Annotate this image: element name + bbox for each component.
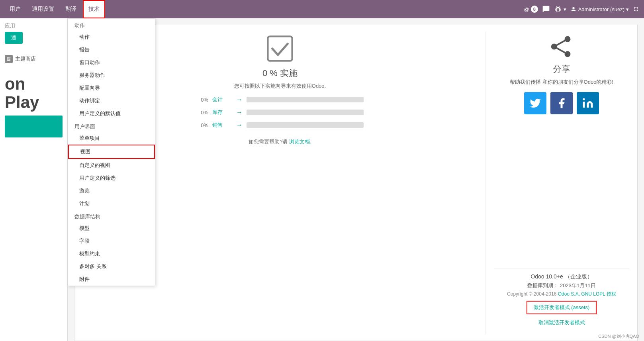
share-panel: 分享 帮助我们传播 和你的朋友们分享Odoo的精彩! [486,25,637,341]
dropdown-item-plan[interactable]: 计划 [68,197,155,210]
user-chevron: ▾ [626,6,629,12]
dropdown-item-constraint[interactable]: 模型约束 [68,247,155,260]
dropdown-item-action-bind[interactable]: 动作绑定 [68,94,155,107]
left-sidebar: 应用 通 🖼 主题商店 on Play [0,18,68,341]
label-accounting[interactable]: 会计 [212,96,232,103]
svg-line-5 [554,39,568,47]
dropdown-item-action[interactable]: 动作 [68,31,155,43]
svg-line-6 [554,47,568,54]
dropdown-item-server-action[interactable]: 服务器动作 [68,69,155,82]
progress-row-inventory: 0% 库存 → [196,109,364,116]
dropdown-item-custom-views[interactable]: 自定义的视图 [68,159,155,172]
on-play-text: on Play [0,67,67,112]
bar-sales [247,122,364,128]
cancel-dev-mode-btn[interactable]: 取消激活开发者模式 [502,319,621,326]
browse-docs-link[interactable]: 浏览文档. [289,139,311,145]
label-inventory[interactable]: 库存 [212,109,232,116]
user-avatar-icon [570,6,577,12]
arrow-accounting: → [236,96,243,103]
twitter-icon [529,97,541,109]
user-menu-btn[interactable]: Administrator (suez) ▾ [570,6,629,12]
dropdown-item-menu[interactable]: 菜单项目 [68,132,155,145]
linkedin-icon [582,97,594,109]
bar-accounting [247,97,364,102]
expand-icon [633,6,639,12]
sidebar-apps-title: 应用 [5,22,63,29]
info-footer: Odoo 10.0+e （企业版） 数据库到期： 2023年1月11日 Copy… [494,268,629,331]
nav-translate[interactable]: 翻译 [61,0,81,18]
bug-chevron: ▾ [564,6,566,12]
watermark: CSDN @刘小虎QAO [593,332,644,341]
social-icons [524,92,599,114]
activate-dev-mode-btn[interactable]: 激活开发者模式 (assets) [527,301,597,314]
pct-sales: 0% [196,122,208,128]
share-desc: 帮助我们传播 和你的朋友们分享Odoo的精彩! [510,78,613,86]
pct-inventory: 0% [196,110,208,116]
arrow-inventory: → [236,109,243,116]
dev-mode-container: 激活开发者模式 (assets) [502,301,621,317]
dropdown-item-model[interactable]: 模型 [68,222,155,235]
facebook-btn[interactable] [550,92,573,114]
dropdown-item-user-filters[interactable]: 用户定义的筛选 [68,172,155,184]
progress-row-accounting: 0% 会计 → [196,96,364,103]
bar-inventory [247,110,364,115]
sidebar-theme-section: 🖼 主题商店 [0,49,67,67]
copyright-link[interactable]: Odoo S.A, GNU LGPL 授权 [558,291,616,297]
help-text: 如您需要帮助?请 浏览文档. [249,138,311,145]
dropdown-item-report[interactable]: 报告 [68,43,155,56]
dropdown-item-views[interactable]: 视图 [68,145,155,159]
progress-desc: 您可按照以下实施向导来有效使用Odoo. [234,82,326,90]
svg-point-7 [583,98,585,100]
facebook-icon [556,97,568,109]
dropdown-item-tour[interactable]: 游览 [68,184,155,197]
nav-users[interactable]: 用户 [5,0,25,18]
sidebar-green-bar [5,116,63,137]
check-icon [266,35,294,63]
dropdown-item-attachment[interactable]: 附件 [68,273,155,286]
dropdown-header-db: 数据库结构 [68,210,155,222]
dropdown-item-window-action[interactable]: 窗口动作 [68,56,155,69]
chat-icon [542,5,550,13]
nav-general-settings[interactable]: 通用设置 [27,0,59,18]
main-container: 应用 通 🖼 主题商店 on Play 动作 动作 报告 窗口动作 服务器动作 … [0,18,644,341]
install-apps-btn[interactable]: 通 [5,32,23,44]
twitter-btn[interactable] [524,92,546,114]
fullscreen-btn[interactable] [633,6,639,12]
linkedin-btn[interactable] [577,92,599,114]
label-sales[interactable]: 销售 [212,122,232,129]
share-title: 分享 [553,63,570,75]
copyright: Copyright © 2004-2016 Odoo S.A, GNU LGPL… [502,291,621,298]
chat-btn[interactable] [542,5,550,13]
progress-title: 0 % 实施 [262,67,298,79]
dropdown-item-default-values[interactable]: 用户定义的默认值 [68,107,155,120]
share-icon [550,35,574,59]
notification-badge: 8 [531,6,538,13]
sidebar-apps-section: 应用 通 [0,18,67,49]
topbar-right: @ 8 ▾ Administrator (suez) ▾ [524,5,639,13]
dropdown-header-actions: 动作 [68,19,155,31]
theme-icon: 🖼 [5,55,13,63]
progress-row-sales: 0% 销售 → [196,122,364,129]
dropdown-item-m2m[interactable]: 多对多 关系 [68,260,155,273]
dropdown-item-field[interactable]: 字段 [68,235,155,247]
progress-rows: 0% 会计 → 0% 库存 → [196,96,364,134]
user-label: Administrator (suez) [578,6,624,12]
db-expire: 数据库到期： 2023年1月11日 [502,282,621,289]
debug-btn[interactable]: ▾ [554,5,566,13]
topbar: 用户 通用设置 翻译 技术 @ 8 ▾ Administrator (suez)… [0,0,644,18]
svg-point-0 [572,7,574,9]
bug-icon [554,5,562,13]
pct-accounting: 0% [196,97,208,103]
odoo-version: Odoo 10.0+e （企业版） [502,273,621,280]
nav-technical[interactable]: 技术 [83,0,105,18]
arrow-sales: → [236,122,243,129]
dropdown-item-config-wizard[interactable]: 配置向导 [68,82,155,94]
dropdown-header-ui: 用户界面 [68,120,155,132]
theme-store-btn[interactable]: 🖼 主题商店 [5,53,63,65]
notifications-btn[interactable]: @ 8 [524,6,538,13]
technical-dropdown: 动作 动作 报告 窗口动作 服务器动作 配置向导 动作绑定 用户定义的默认值 用… [68,18,155,286]
topbar-nav: 用户 通用设置 翻译 技术 [5,0,105,18]
